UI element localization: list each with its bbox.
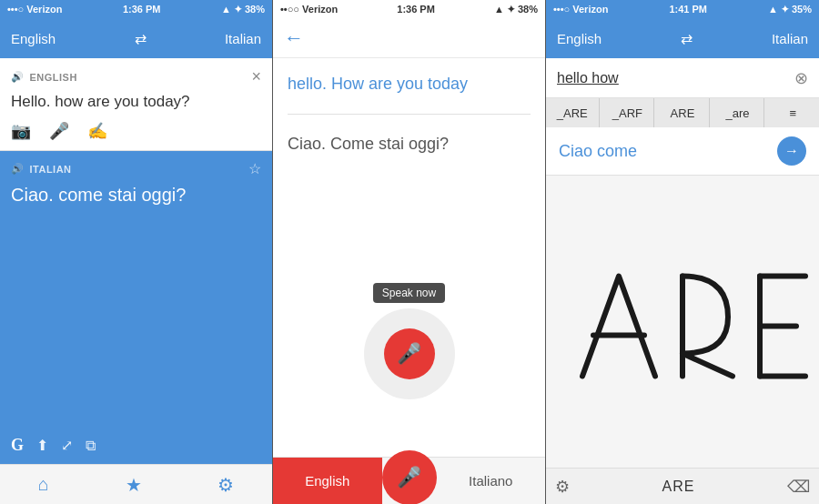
p1-target-lang[interactable]: Italian bbox=[225, 31, 261, 46]
p3-source-lang[interactable]: English bbox=[557, 31, 602, 46]
phone-3: •••○ Verizon 1:41 PM ▲ ✦ 35% English ⇄ I… bbox=[546, 0, 819, 504]
fullscreen-icon[interactable]: ⤢ bbox=[61, 437, 73, 454]
time-1: 1:36 PM bbox=[123, 4, 161, 15]
p3-target-lang[interactable]: Italian bbox=[772, 31, 808, 46]
p2-bottom-bar: English 🎤 Italiano bbox=[273, 457, 545, 504]
p2-header: ← bbox=[273, 18, 545, 58]
p3-more-icon[interactable]: ≡ bbox=[766, 98, 819, 127]
p2-content: hello. How are you today Ciao. Come stai… bbox=[273, 58, 545, 260]
p2-back-icon[interactable]: ← bbox=[284, 26, 304, 50]
p3-header: English ⇄ Italian bbox=[546, 18, 819, 58]
p1-output-header: 🔊 ITALIAN ☆ bbox=[11, 160, 261, 177]
p1-input-area: 🔊 ENGLISH × Hello. how are you today? 📷 … bbox=[0, 58, 272, 151]
p2-lang-right[interactable]: Italiano bbox=[437, 458, 546, 504]
p1-close-button[interactable]: × bbox=[251, 67, 261, 86]
battery-3: ▲ ✦ 35% bbox=[768, 4, 812, 15]
p3-clear-button[interactable]: ⊗ bbox=[794, 68, 808, 88]
time-2: 1:36 PM bbox=[397, 4, 435, 15]
p2-voice-area: Speak now 🎤 bbox=[273, 260, 545, 457]
p1-output-lang-label: 🔊 ITALIAN bbox=[11, 163, 72, 175]
p3-input-static: hello bbox=[557, 70, 592, 86]
p3-bottom-text: ARE bbox=[570, 479, 787, 495]
favorites-nav-icon[interactable]: ★ bbox=[126, 474, 142, 496]
status-bar-1: •••○ Verizon 1:36 PM ▲ ✦ 38% bbox=[0, 0, 272, 18]
p3-suggestion-2[interactable]: _ARF bbox=[602, 98, 655, 127]
time-3: 1:41 PM bbox=[669, 4, 707, 15]
handwriting-icon[interactable]: ✍ bbox=[87, 121, 107, 141]
p3-input-underlined: how bbox=[592, 70, 618, 86]
p3-bottom-bar: ⚙ ARE ⌫ bbox=[546, 468, 819, 504]
p1-input-text[interactable]: Hello. how are you today? bbox=[11, 92, 261, 112]
p2-voice-circle[interactable]: Speak now 🎤 bbox=[364, 308, 455, 399]
p3-input-bar: hello how ⊗ bbox=[546, 58, 819, 98]
p1-eng-label: ENGLISH bbox=[30, 72, 77, 83]
volume-icon-1: 🔊 bbox=[11, 71, 25, 83]
p2-translated-text: Ciao. Come stai oggi? bbox=[288, 133, 531, 156]
p1-output-actions: G ⬆ ⤢ ⧉ bbox=[11, 428, 261, 455]
carrier-2: ••○○ Verizon bbox=[280, 4, 338, 15]
camera-icon[interactable]: 📷 bbox=[11, 121, 31, 141]
p3-settings-icon[interactable]: ⚙ bbox=[555, 477, 570, 497]
handwriting-svg bbox=[546, 176, 819, 468]
p3-suggestion-area: _ARE _ARF ARE _are ≡ bbox=[546, 98, 819, 127]
mic-icon[interactable]: 🎤 bbox=[49, 121, 69, 141]
p3-arrow-button[interactable]: → bbox=[777, 136, 806, 166]
p3-suggestion-1[interactable]: _ARE bbox=[546, 98, 600, 127]
p2-lang-left[interactable]: English bbox=[273, 458, 382, 504]
status-bar-2: ••○○ Verizon 1:36 PM ▲ ✦ 38% bbox=[273, 0, 545, 18]
p1-source-lang[interactable]: English bbox=[11, 31, 56, 46]
p1-star-icon[interactable]: ☆ bbox=[248, 160, 261, 177]
status-bar-3: •••○ Verizon 1:41 PM ▲ ✦ 35% bbox=[546, 0, 819, 18]
p1-ita-label: ITALIAN bbox=[30, 164, 72, 175]
google-icon[interactable]: G bbox=[11, 436, 24, 455]
copy-icon[interactable]: ⧉ bbox=[86, 438, 96, 454]
p2-mic-bottom[interactable]: 🎤 bbox=[382, 450, 437, 505]
phone-1: •••○ Verizon 1:36 PM ▲ ✦ 38% English ⇄ I… bbox=[0, 0, 273, 504]
p3-handwriting-area[interactable] bbox=[546, 176, 819, 468]
p2-mic-button[interactable]: 🎤 bbox=[384, 328, 435, 379]
carrier-1: •••○ Verizon bbox=[7, 4, 62, 15]
p3-suggestion-4[interactable]: _are bbox=[712, 98, 765, 127]
p3-input-text[interactable]: hello how bbox=[557, 70, 794, 86]
battery-2: ▲ ✦ 38% bbox=[494, 4, 538, 15]
p3-suggestion-3[interactable]: ARE bbox=[656, 98, 710, 127]
p1-input-header: 🔊 ENGLISH × bbox=[11, 67, 261, 86]
p3-swap-icon[interactable]: ⇄ bbox=[681, 30, 693, 47]
p3-translated-text: Ciao come bbox=[559, 142, 637, 161]
volume-icon-2: 🔊 bbox=[11, 163, 25, 175]
p2-source-text: hello. How are you today bbox=[288, 73, 531, 115]
p1-output-text: Ciao. come stai oggi? bbox=[11, 185, 261, 428]
share-icon[interactable]: ⬆ bbox=[36, 437, 48, 454]
p1-swap-icon[interactable]: ⇄ bbox=[135, 30, 147, 47]
p1-output-area: 🔊 ITALIAN ☆ Ciao. come stai oggi? G ⬆ ⤢ … bbox=[0, 151, 272, 464]
p1-bottom-nav: ⌂ ★ ⚙ bbox=[0, 464, 272, 504]
p2-speak-tooltip: Speak now bbox=[373, 283, 445, 303]
p3-backspace-icon[interactable]: ⌫ bbox=[787, 477, 810, 497]
p3-translation-bar: Ciao come → bbox=[546, 127, 819, 176]
battery-1: ▲ ✦ 38% bbox=[221, 4, 265, 15]
p1-header: English ⇄ Italian bbox=[0, 18, 272, 58]
p1-input-lang-label: 🔊 ENGLISH bbox=[11, 71, 77, 83]
p1-input-actions: 📷 🎤 ✍ bbox=[11, 121, 261, 141]
carrier-3: •••○ Verizon bbox=[553, 4, 608, 15]
home-nav-icon[interactable]: ⌂ bbox=[38, 474, 49, 495]
settings-nav-icon[interactable]: ⚙ bbox=[217, 474, 234, 496]
phone-2: ••○○ Verizon 1:36 PM ▲ ✦ 38% ← hello. Ho… bbox=[273, 0, 546, 504]
